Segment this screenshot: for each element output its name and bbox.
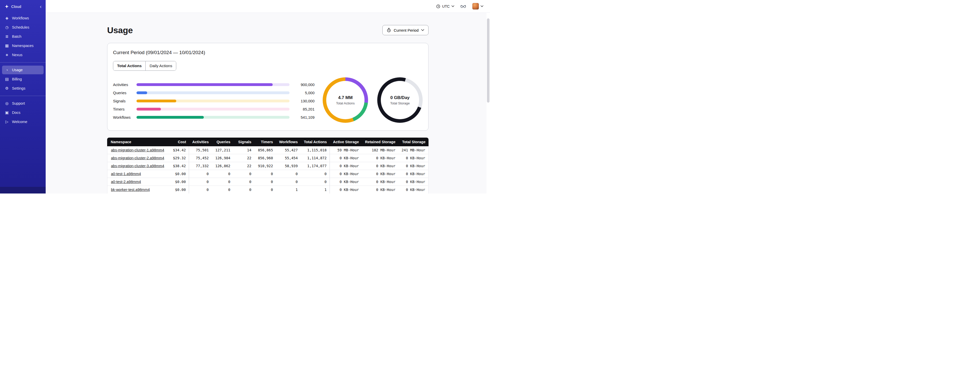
value-cell: 0 KB-Hour [362,186,398,194]
bar-value: 541,109 [290,115,315,120]
bar-value: 5,000 [290,91,315,95]
workflows-icon: ◈ [5,16,9,21]
period-selector-label: Current Period [394,28,418,32]
sidebar-item-settings[interactable]: ⚙Settings [2,84,44,93]
value-cell: 0 [254,170,276,178]
bar-track [137,91,290,94]
actions-tab-group: Total Actions Daily Actions [113,61,176,71]
bar-label: Activities [113,82,137,87]
bar-fill [137,83,273,86]
bar-row-timers: Timers85,201 [113,105,315,113]
value-cell: 0 [276,178,301,186]
chevron-down-icon [421,29,424,31]
table-row: bk-worker-test.a98mm4$0.000000110 KB-Hou… [107,186,428,194]
sidebar-item-label: Namespaces [12,44,34,48]
sidebar-item-docs[interactable]: ▣Docs [2,108,44,117]
value-cell: 1,115,018 [301,146,330,154]
table-body: abs-migration-cluster-1.a98mm4$34.4275,5… [107,146,428,194]
sidebar-item-batch[interactable]: ≣Batch [2,32,44,41]
value-cell: $29.32 [170,154,189,162]
column-header: Total Actions [301,138,330,146]
namespace-link[interactable]: abs-migration-cluster-3.a98mm4 [111,164,164,168]
bar-fill [137,116,204,119]
sidebar-item-label: Nexus [12,53,22,57]
value-cell: 0 KB-Hour [330,154,362,162]
bar-value: 900,000 [290,82,315,87]
total-actions-value: 4.7 MM [338,95,353,100]
value-cell: 0 KB-Hour [398,170,428,178]
bar-row-workflows: Workflows541,109 [113,113,315,121]
current-period-card: Current Period (09/01/2024 — 10/01/2024)… [107,43,428,131]
sidebar-item-welcome[interactable]: ▷Welcome [2,117,44,126]
timezone-dropdown[interactable]: UTC [436,4,454,8]
bar-track [137,83,290,86]
value-cell: 0 [233,178,254,186]
collapse-sidebar-icon[interactable]: ‹ [39,4,43,9]
sidebar-item-billing[interactable]: ▤Billing [2,75,44,83]
value-cell: $34.42 [170,146,189,154]
billing-icon: ▤ [5,77,9,82]
namespace-link[interactable]: a0-test-1.a98mm4 [111,172,141,176]
column-header: Active Storage [330,138,362,146]
value-cell: 0 [301,178,330,186]
value-cell: 1 [276,186,301,194]
value-cell: 1,174,077 [301,162,330,170]
value-cell: 0 KB-Hour [398,186,428,194]
namespace-cell: a0-test-1.a98mm4 [107,170,170,178]
sidebar-item-label: Billing [12,77,22,81]
value-cell: 0 [276,170,301,178]
namespace-link[interactable]: a0-test-2.a98mm4 [111,180,141,184]
value-cell: 0 KB-Hour [330,178,362,186]
bar-row-activities: Activities900,000 [113,80,315,89]
column-header: Timers [254,138,276,146]
total-storage-caption: Total Storage [390,101,410,105]
chevron-down-icon [452,5,454,7]
namespace-link[interactable]: abs-migration-cluster-1.a98mm4 [111,148,164,152]
value-cell: 0 [189,186,212,194]
main-content: Usage Current Period Current Period (09/… [46,13,490,194]
value-cell: 77,332 [189,162,212,170]
table-row: abs-migration-cluster-3.a98mm4$38.4277,3… [107,162,428,170]
glasses-icon[interactable] [460,5,466,8]
column-header: Retained Storage [362,138,398,146]
namespace-link[interactable]: abs-migration-cluster-2.a98mm4 [111,156,164,160]
column-header: Namespace [107,138,170,146]
column-header: Activities [189,138,212,146]
user-menu[interactable] [472,3,484,10]
sidebar-item-nexus[interactable]: ∗Nexus [2,51,44,59]
total-actions-donut: 4.7 MM Total Actions [323,77,368,123]
timezone-label: UTC [442,4,450,8]
value-cell: 0 KB-Hour [398,162,428,170]
value-cell: 0 KB-Hour [398,178,428,186]
value-cell: 55,454 [276,154,301,162]
sidebar-item-label: Schedules [12,25,29,29]
sidebar-item-label: Settings [12,86,25,90]
scrollbar [487,13,490,194]
support-icon: ◎ [5,101,9,106]
sidebar-item-support[interactable]: ◎Support [2,99,44,108]
bar-row-signals: Signals130,000 [113,97,315,105]
scrollbar-thumb[interactable] [487,18,490,102]
value-cell: 0 KB-Hour [362,170,398,178]
tab-total-actions[interactable]: Total Actions [113,61,146,70]
namespace-link[interactable]: bk-worker-test.a98mm4 [111,188,150,192]
value-cell: 0 [233,170,254,178]
tab-daily-actions[interactable]: Daily Actions [146,61,176,70]
sidebar-item-namespaces[interactable]: ▦Namespaces [2,42,44,50]
sidebar-item-usage[interactable]: ◔Usage [2,66,44,74]
value-cell: 0 KB-Hour [330,186,362,194]
bar-fill [137,108,161,110]
right-column: UTC Usage [46,0,490,194]
sidebar-item-workflows[interactable]: ◈Workflows [2,14,44,22]
namespace-usage-table: NamespaceCostActivitiesQueriesSignalsTim… [107,138,428,194]
value-cell: 126,862 [212,162,233,170]
welcome-icon: ▷ [5,120,9,124]
value-cell: 75,452 [189,154,212,162]
period-selector-button[interactable]: Current Period [382,25,428,35]
column-header: Queries [212,138,233,146]
sidebar-item-label: Batch [12,34,21,38]
sidebar-header: Cloud ‹ [0,0,46,13]
namespace-cell: abs-migration-cluster-3.a98mm4 [107,162,170,170]
sidebar-item-schedules[interactable]: ◷Schedules [2,23,44,32]
table-row: abs-migration-cluster-2.a98mm4$29.3275,4… [107,154,428,162]
